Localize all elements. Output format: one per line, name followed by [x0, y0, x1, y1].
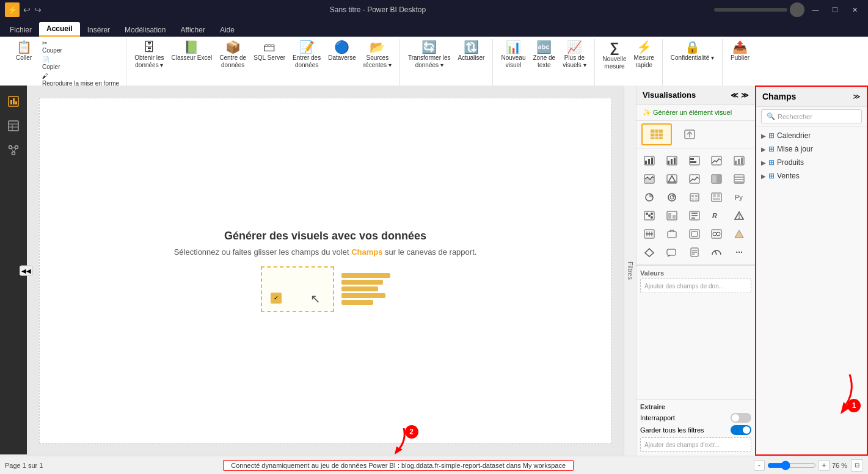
nouvelle-mesure-btn[interactable]: ∑ Nouvellemesure — [600, 39, 630, 72]
champs-panel-header: Champs ≫ — [756, 87, 867, 98]
zone-texte-btn[interactable]: 🔤 Zone detexte — [530, 39, 558, 71]
tab-fichier[interactable]: Fichier — [2, 23, 39, 37]
nouveau-visuel-btn[interactable]: 📊 Nouveauvisuel — [498, 39, 528, 71]
actualiser-btn[interactable]: 🔃 Actualiser — [455, 39, 488, 64]
publier-btn[interactable]: 📤 Publier — [728, 39, 753, 64]
titlebar: ⚡ ↩ ↪ Sans titre - Power BI Desktop — ☐ … — [0, 0, 868, 20]
viz-panel-title: Visualisations — [643, 90, 696, 98]
rapport-btn[interactable] — [2, 90, 24, 98]
tab-afficher[interactable]: Afficher — [173, 23, 212, 37]
maximize-btn[interactable]: ☐ — [826, 4, 844, 16]
classeur-btn[interactable]: 📗 Classeur Excel — [169, 39, 216, 64]
champs-panel: Champs ≫ 🔍 Rechercher ▶ ⊞ Calendrier ▶ ⊞… — [755, 86, 868, 98]
tab-aide[interactable]: Aide — [213, 23, 242, 37]
svg-rect-0 — [9, 97, 18, 98]
centre-btn[interactable]: 📦 Centre dedonnées — [216, 39, 249, 71]
canvas-page: Générer des visuels avec vos données Sél… — [39, 98, 611, 98]
sql-btn[interactable]: 🗃 SQL Server — [250, 39, 288, 64]
champs-expand-btn[interactable]: ≫ — [853, 92, 861, 98]
undo-btn[interactable]: ↩ — [23, 5, 31, 15]
champs-title: Champs — [762, 92, 796, 98]
viz-expand-left-icon[interactable]: ≪ — [731, 91, 739, 99]
copier-icon: 📄 — [42, 56, 49, 63]
redo-btn[interactable]: ↪ — [34, 5, 42, 15]
close-btn[interactable]: ✕ — [846, 4, 863, 16]
tab-inserer[interactable]: Insérer — [80, 23, 117, 37]
plus-visuels-btn[interactable]: 📈 Plus devisuels ▾ — [560, 39, 589, 71]
entrer-btn[interactable]: 📝 Entrer desdonnées — [290, 39, 324, 71]
app-logo: ⚡ — [5, 2, 20, 17]
copier-btn[interactable]: 📄 Copier — [40, 56, 121, 71]
coller-icon: 📋 — [16, 41, 32, 53]
mesure-rapide-btn[interactable]: ⚡ Mesurerapide — [630, 39, 657, 71]
tab-accueil[interactable]: Accueil — [39, 22, 80, 37]
viz-expand-right-icon[interactable]: ≫ — [741, 91, 749, 99]
filtres-tab[interactable]: Filtres — [624, 86, 636, 98]
tab-modelisation[interactable]: Modélisation — [117, 23, 173, 37]
canvas: Générer des visuels avec vos données Sél… — [27, 86, 624, 98]
left-sidebar — [0, 86, 27, 98]
main-area: Générer des visuels avec vos données Sél… — [27, 86, 868, 98]
ribbon-tabs: Fichier Accueil Insérer Modélisation Aff… — [0, 20, 868, 37]
reproduire-icon: 🖌 — [42, 73, 48, 79]
confidentialite-btn[interactable]: 🔒 Confidentialité ▾ — [668, 39, 717, 64]
dataverse-btn[interactable]: 🔵 Dataverse — [325, 39, 359, 64]
couper-btn[interactable]: ✂ Couper — [40, 39, 121, 54]
obtenir-btn[interactable]: 🗄 Obtenir lesdonnées ▾ — [131, 39, 167, 71]
transformer-btn[interactable]: 🔄 Transformer lesdonnées ▾ — [405, 39, 454, 71]
window-title: Sans titre - Power BI Desktop — [42, 5, 714, 14]
couper-icon: ✂ — [42, 40, 47, 46]
coller-btn[interactable]: 📋 Coller — [9, 39, 39, 64]
viz-panel-header: Visualisations ≪ ≫ — [636, 86, 755, 98]
sources-btn[interactable]: 📂 Sourcesrécentes ▾ — [360, 39, 395, 71]
visualisations-panel: ◀◀ Visualisations ≪ ≫ ✨ Générer un éléme… — [636, 86, 755, 98]
minimize-btn[interactable]: — — [807, 4, 824, 16]
